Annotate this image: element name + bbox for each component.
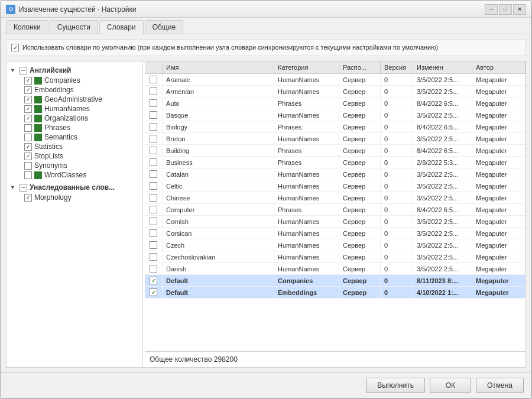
tab-columns[interactable]: Колонки [6,20,48,34]
tree-item-wordclasses[interactable]: WordClasses [21,170,142,180]
table-row[interactable]: Cornish HumanNames Сервер 0 3/5/2022 2:5… [145,216,525,228]
morphology-checkbox[interactable] [24,194,32,202]
table-row[interactable]: Default Companies Сервер 0 8/11/2023 8:.… [145,275,525,287]
tab-dictionaries[interactable]: Словари [99,20,144,34]
tree-item-embeddings[interactable]: Embeddings [21,85,142,95]
cancel-button[interactable]: Отмена [476,378,524,393]
row-ver: 0 [381,287,413,298]
phrases-checkbox[interactable] [24,124,32,132]
table-row[interactable]: Building Phrases Сервер 0 8/4/2022 6:5..… [145,145,525,157]
table-row[interactable]: Breton HumanNames Сервер 0 3/5/2022 2:5.… [145,133,525,145]
row-checkbox[interactable] [150,288,157,296]
table-row[interactable]: Chinese HumanNames Сервер 0 3/5/2022 2:5… [145,192,525,204]
row-checkbox-cell[interactable] [145,239,163,251]
table-row[interactable]: Basque HumanNames Сервер 0 3/5/2022 2:5.… [145,109,525,121]
tab-entities[interactable]: Сущности [50,20,98,34]
semantics-checkbox[interactable] [24,134,32,141]
table-row[interactable]: Auto Phrases Сервер 0 8/4/2022 6:5... Me… [145,98,525,109]
row-checkbox[interactable] [150,99,157,107]
run-button[interactable]: Выполнить [366,378,425,393]
tree-item-companies[interactable]: Companies [21,76,142,85]
row-checkbox[interactable] [150,76,157,83]
english-group-checkbox[interactable] [20,67,27,74]
tree-item-synonyms[interactable]: Synonyms [21,161,142,170]
table-row[interactable]: Default Embeddings Сервер 0 4/10/2022 1:… [145,287,525,299]
inherited-group-checkbox[interactable] [20,184,27,192]
row-checkbox[interactable] [150,194,157,202]
table-row[interactable]: Catalan HumanNames Сервер 0 3/5/2022 2:5… [145,168,525,180]
row-checkbox-cell[interactable] [145,145,163,156]
stoplists-checkbox[interactable] [24,153,32,160]
table-row[interactable]: Computer Phrases Сервер 0 8/4/2022 6:5..… [145,204,525,216]
tree-item-stoplists[interactable]: StopLists [21,151,142,161]
tree-group-english-header[interactable]: ▼ Английский [7,65,142,76]
ok-button[interactable]: ОК [430,378,471,393]
table-row[interactable]: Czechoslovakian HumanNames Сервер 0 3/5/… [145,251,525,263]
row-checkbox-cell[interactable] [145,204,163,215]
tree-item-morphology[interactable]: Morphology [21,193,142,202]
th-ver: Версия [381,61,413,73]
maximize-button[interactable]: □ [499,4,512,15]
table-row[interactable]: Aramaic HumanNames Сервер 0 3/5/2022 2:5… [145,74,525,86]
tree-group-inherited-header[interactable]: ▼ Унаследованные слов... [7,182,142,193]
row-checkbox[interactable] [150,135,157,142]
wordclasses-checkbox[interactable] [24,171,32,179]
row-checkbox[interactable] [150,170,157,178]
row-checkbox[interactable] [150,182,157,190]
row-checkbox-cell[interactable] [145,157,163,168]
tree-item-humannames[interactable]: HumanNames [21,104,142,113]
row-checkbox-cell[interactable] [145,263,163,274]
tree-item-statistics[interactable]: Statistics [21,142,142,151]
row-checkbox[interactable] [150,229,157,237]
table-row[interactable]: Business Phrases Сервер 0 2/8/2022 5:3..… [145,157,525,168]
tree-item-organizations[interactable]: Organizations [21,113,142,123]
row-name: Business [163,157,274,168]
row-checkbox-cell[interactable] [145,275,163,286]
row-checkbox[interactable] [150,111,157,119]
row-checkbox-cell[interactable] [145,121,163,132]
close-button[interactable]: ✕ [513,4,526,15]
row-checkbox-cell[interactable] [145,228,163,239]
humannames-checkbox[interactable] [24,105,32,113]
row-name: Default [163,275,274,286]
row-checkbox-cell[interactable] [145,287,163,298]
minimize-button[interactable]: ─ [485,4,498,15]
row-checkbox-cell[interactable] [145,168,163,180]
tree-item-semantics[interactable]: Semantics [21,132,142,142]
table-row[interactable]: Danish HumanNames Сервер 0 3/5/2022 2:5.… [145,263,525,275]
embeddings-checkbox[interactable] [24,86,32,94]
table-row[interactable]: Corsican HumanNames Сервер 0 3/5/2022 2:… [145,228,525,239]
row-checkbox[interactable] [150,277,157,284]
row-checkbox-cell[interactable] [145,74,163,85]
tree-item-phrases[interactable]: Phrases [21,123,142,132]
use-default-checkbox[interactable] [11,44,19,51]
row-checkbox[interactable] [150,265,157,273]
row-checkbox-cell[interactable] [145,86,163,97]
table-row[interactable]: Biology Phrases Сервер 0 8/4/2022 6:5...… [145,121,525,133]
row-checkbox[interactable] [150,206,157,213]
geoadmin-checkbox[interactable] [24,96,32,103]
tab-general[interactable]: Общие [145,20,183,34]
table-row[interactable]: Czech HumanNames Сервер 0 3/5/2022 2:5..… [145,239,525,251]
row-checkbox[interactable] [150,87,157,95]
table-row[interactable]: Celtic HumanNames Сервер 0 3/5/2022 2:5.… [145,180,525,192]
row-checkbox-cell[interactable] [145,216,163,227]
row-checkbox[interactable] [150,158,157,166]
row-checkbox[interactable] [150,218,157,225]
row-checkbox[interactable] [150,147,157,154]
row-checkbox-cell[interactable] [145,98,163,109]
row-checkbox[interactable] [150,123,157,131]
tree-item-geoadmin[interactable]: GeoAdministrative [21,95,142,104]
table-row[interactable]: Armenian HumanNames Сервер 0 3/5/2022 2:… [145,86,525,98]
row-checkbox-cell[interactable] [145,180,163,192]
row-checkbox-cell[interactable] [145,251,163,262]
row-checkbox[interactable] [150,253,157,261]
organizations-checkbox[interactable] [24,115,32,122]
synonyms-checkbox[interactable] [24,162,32,170]
row-checkbox[interactable] [150,241,157,249]
row-checkbox-cell[interactable] [145,109,163,121]
statistics-checkbox[interactable] [24,143,32,151]
companies-checkbox[interactable] [24,77,32,85]
row-checkbox-cell[interactable] [145,133,163,144]
row-checkbox-cell[interactable] [145,192,163,203]
